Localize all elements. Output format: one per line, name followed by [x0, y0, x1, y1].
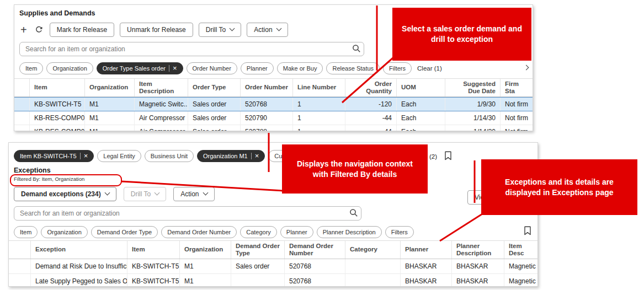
filter-chip-organization[interactable]: Organization	[41, 226, 87, 238]
column-header-demand-order-type[interactable]: Demand Order Type	[231, 241, 285, 259]
table-row[interactable]: Late Supply Pegged to Sales Order KB-SWI…	[9, 274, 537, 287]
search-button[interactable]	[352, 44, 361, 55]
table-row-selected[interactable]: KB-SWITCH-T5 M1 Magnetic Switc... Sales …	[14, 97, 533, 111]
search-input[interactable]	[14, 206, 361, 221]
context-chip-organization-active[interactable]: Organization M1 ×	[197, 150, 265, 162]
cell: Each	[397, 98, 445, 111]
filter-chip-planner[interactable]: Planner	[241, 62, 274, 74]
demand-exceptions-dropdown[interactable]: Demand exceptions (234)	[14, 187, 116, 201]
action-button[interactable]: Action	[247, 23, 288, 37]
plus-icon: +	[20, 25, 27, 35]
cell: KB-RES-COMP01	[30, 125, 85, 131]
cell: 1/9/30	[445, 98, 501, 111]
column-header-item-description[interactable]: Item Desc	[504, 241, 537, 259]
column-header-line-number[interactable]: Line Number	[293, 79, 345, 96]
filter-chip-filters[interactable]: Filters	[385, 226, 414, 238]
cell: KB-RES-COMP01	[30, 111, 85, 125]
close-icon[interactable]: ×	[84, 152, 88, 159]
table-header-row: Exception Item Organization Demand Order…	[9, 241, 537, 259]
annotation-callout-select-demand: Select a sales order demand and drill to…	[392, 8, 531, 61]
drill-to-button[interactable]: Drill To	[124, 187, 166, 201]
filter-chip-item[interactable]: Item	[14, 226, 38, 238]
chip-label: Item KB-SWITCH-T5	[20, 153, 77, 159]
context-chip-item-active[interactable]: Item KB-SWITCH-T5 ×	[14, 150, 94, 162]
filter-chip-organization[interactable]: Organization	[46, 62, 93, 74]
column-header-item[interactable]: Item	[30, 79, 85, 96]
chevron-down-icon	[104, 190, 110, 196]
column-header-organization[interactable]: Organization	[85, 79, 135, 96]
table-row-clipped[interactable]: KB-RES-COMP01 M1 Air Compressor Sales or…	[14, 125, 533, 131]
chip-label: Order Type Sales order	[103, 65, 166, 72]
filter-chip-planner-description[interactable]: Planner Description	[317, 226, 382, 238]
context-chip-business-unit[interactable]: Business Unit	[145, 150, 194, 162]
filter-chip-make-or-buy[interactable]: Make or Buy	[277, 62, 323, 74]
chevron-down-icon	[203, 190, 208, 196]
cell: -44	[345, 125, 397, 131]
table-row[interactable]: Demand at Risk Due to Insufficien... KB-…	[9, 259, 537, 274]
filter-chip-order-number[interactable]: Order Number	[187, 62, 237, 74]
action-button[interactable]: Action	[173, 187, 214, 201]
filter-chip-release-status[interactable]: Release Status	[326, 62, 380, 74]
column-header-item[interactable]: Item	[127, 241, 180, 259]
unmark-for-release-button[interactable]: Unmark for Release	[120, 23, 193, 37]
close-icon[interactable]: ×	[255, 152, 259, 159]
cell: M1	[180, 274, 231, 287]
cell: M1	[85, 125, 135, 131]
exceptions-panel: Item KB-SWITCH-T5 × Legal Entity Busines…	[8, 142, 538, 287]
cell: BHASKAR	[452, 274, 504, 287]
search-button[interactable]	[349, 208, 358, 219]
cell: 1	[293, 125, 345, 131]
column-header-order-type[interactable]: Order Type	[188, 79, 241, 96]
filter-chip-demand-order-type[interactable]: Demand Order Type	[91, 226, 158, 238]
exception-filter-chip-bar: Item Organization Demand Order Type Dema…	[14, 225, 537, 238]
column-header-item-description[interactable]: Item Description	[135, 79, 188, 96]
search-input[interactable]	[19, 42, 364, 56]
add-button[interactable]: +	[19, 25, 28, 35]
cell: KB-SWITCH-T5	[30, 98, 85, 111]
filter-chip-demand-order-number[interactable]: Demand Order Number	[161, 226, 237, 238]
chip-label: Organization M1	[203, 153, 248, 159]
drill-to-button[interactable]: Drill To	[199, 23, 241, 37]
column-header-planner-description[interactable]: Planner Description	[452, 241, 504, 259]
column-header-order-number[interactable]: Order Number	[241, 79, 293, 96]
filter-chip-category[interactable]: Category	[240, 226, 277, 238]
filter-chip-order-type-active[interactable]: Order Type Sales order ×	[97, 62, 183, 74]
column-header-exception[interactable]: Exception	[31, 241, 127, 259]
filtered-by-text: Filtered By: Item, Organization	[14, 176, 537, 182]
cell: BHASKAR	[401, 274, 452, 287]
chevron-down-icon	[155, 190, 160, 196]
cell: Late Supply Pegged to Sales Order	[31, 274, 127, 287]
cell: Not firm	[501, 125, 533, 131]
selector-column-header	[9, 241, 31, 259]
cell: 1	[293, 98, 345, 111]
search-bar	[14, 206, 361, 221]
column-header-uom[interactable]: UOM	[397, 79, 445, 96]
column-header-firm-status[interactable]: Firm Sta	[501, 79, 533, 96]
clear-filters-button[interactable]: Clear (1)	[415, 65, 444, 72]
context-chip-legal-entity[interactable]: Legal Entity	[97, 150, 141, 162]
annotation-callout-exceptions-page: Exceptions and its details are displayed…	[481, 159, 637, 215]
mark-for-release-button[interactable]: Mark for Release	[50, 23, 114, 37]
column-header-planner[interactable]: Planner	[401, 241, 452, 259]
filter-chip-filters[interactable]: Filters	[383, 62, 412, 74]
chevron-right-icon[interactable]	[524, 66, 528, 69]
bookmark-icon[interactable]	[444, 151, 452, 162]
refresh-icon	[35, 25, 43, 34]
filter-chip-item[interactable]: Item	[19, 62, 43, 74]
column-header-demand-order-number[interactable]: Demand Order Number	[285, 241, 345, 259]
refresh-button[interactable]	[34, 25, 44, 34]
cell: KB-SWITCH-T5	[127, 259, 180, 273]
bookmark-icon[interactable]	[524, 226, 531, 237]
column-header-organization[interactable]: Organization	[180, 241, 231, 259]
filter-chip-planner[interactable]: Planner	[280, 226, 313, 238]
exceptions-toolbar: Demand exceptions (234) Drill To Action	[14, 186, 537, 201]
cell: Air Compressor	[135, 111, 188, 125]
table-row[interactable]: KB-RES-COMP01 M1 Air Compressor Sales or…	[14, 111, 533, 125]
cell: BHASKAR	[452, 259, 504, 273]
column-header-order-quantity[interactable]: Order Quantity	[345, 79, 397, 96]
close-icon[interactable]: ×	[173, 65, 177, 72]
column-header-category[interactable]: Category	[345, 241, 401, 259]
search-icon	[349, 208, 358, 217]
annotation-text: Select a sales order demand and drill to…	[400, 24, 524, 45]
column-header-suggested-due-date[interactable]: Suggested Due Date	[445, 79, 501, 96]
